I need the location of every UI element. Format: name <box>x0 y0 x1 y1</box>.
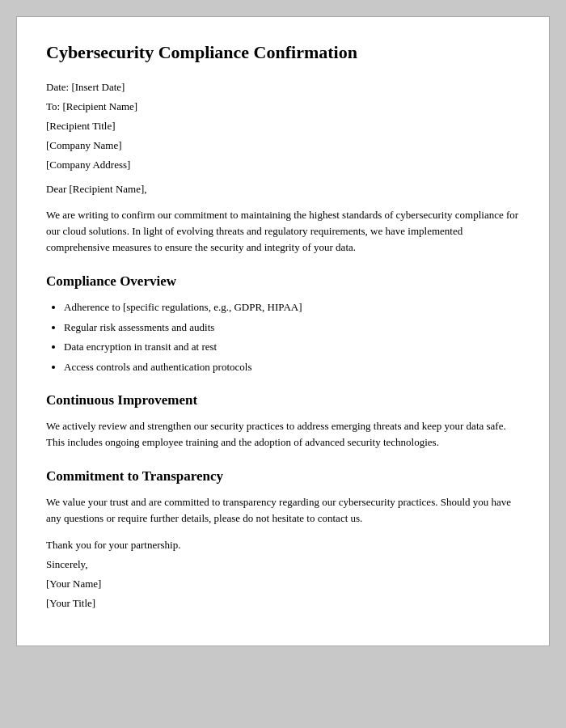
thank-you-line: Thank you for your partnership. <box>46 539 520 552</box>
document-title: Cybersecurity Compliance Confirmation <box>46 41 520 65</box>
company-name-line: [Company Name] <box>46 139 520 152</box>
date-line: Date: [Insert Date] <box>46 81 520 94</box>
list-item: Regular risk assessments and audits <box>64 320 520 336</box>
list-item: Access controls and authentication proto… <box>64 359 520 375</box>
document-container: Cybersecurity Compliance Confirmation Da… <box>16 16 550 646</box>
list-item: Data encryption in transit and at rest <box>64 339 520 355</box>
improvement-paragraph: We actively review and strengthen our se… <box>46 418 520 451</box>
intro-paragraph: We are writing to confirm our commitment… <box>46 207 520 256</box>
company-address-line: [Company Address] <box>46 159 520 171</box>
your-name-line: [Your Name] <box>46 578 520 590</box>
salutation: Dear [Recipient Name], <box>46 183 520 196</box>
your-title-line: [Your Title] <box>46 597 520 610</box>
sincerely-line: Sincerely, <box>46 558 520 571</box>
compliance-list: Adherence to [specific regulations, e.g.… <box>64 299 520 375</box>
list-item: Adherence to [specific regulations, e.g.… <box>64 299 520 315</box>
to-line: To: [Recipient Name] <box>46 100 520 113</box>
recipient-title-line: [Recipient Title] <box>46 120 520 133</box>
section-heading-transparency: Commitment to Transparency <box>46 468 520 485</box>
section-heading-compliance: Compliance Overview <box>46 273 520 290</box>
section-heading-improvement: Continuous Improvement <box>46 392 520 408</box>
transparency-paragraph: We value your trust and are committed to… <box>46 494 520 527</box>
